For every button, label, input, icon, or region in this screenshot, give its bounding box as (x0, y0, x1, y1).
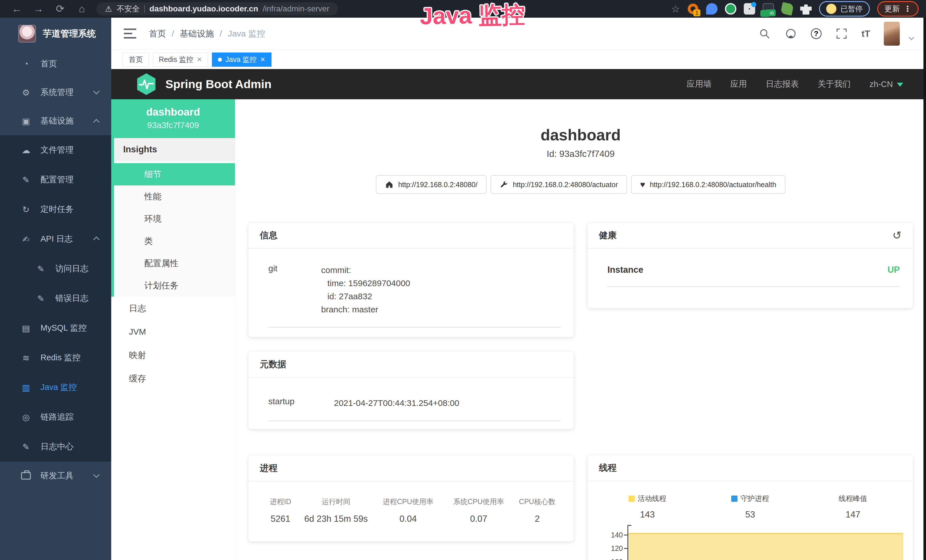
sba-item-mappings[interactable]: 映射 (111, 344, 235, 367)
sba-locale-select[interactable]: zh-CN (870, 80, 903, 89)
sidebar-item-label: Java 监控 (41, 382, 77, 393)
metadata-card-header: 元数据 (248, 351, 574, 378)
infra-submenu: ☁ 文件管理 ✎ 配置管理 ↻ 定时任务 ✍ API 日志 ✎ (0, 135, 111, 462)
legend-item-live: 活动线程 (596, 494, 699, 503)
user-menu-caret-icon[interactable] (909, 35, 914, 40)
sba-nav-applications[interactable]: 应用 (730, 79, 747, 90)
sidebar-collapse-icon[interactable] (124, 29, 136, 39)
log-edit-icon: ✎ (35, 264, 47, 274)
sidebar-item-file-manage[interactable]: ☁ 文件管理 (0, 135, 111, 165)
browser-menu-kebab-icon[interactable]: ⋮ (904, 4, 911, 14)
insights-section: Insights 细节 性能 环境 类 配置属性 计划任务 (111, 138, 235, 297)
breadcrumb: 首页 / 基础设施 / Java 监控 (149, 28, 265, 40)
breadcrumb-home[interactable]: 首页 (149, 28, 166, 40)
tab-redis-monitor[interactable]: Redis 监控 ✕ (153, 53, 208, 67)
service-url-button[interactable]: http://192.168.0.2:48080/ (376, 175, 487, 194)
actuator-url-button[interactable]: http://192.168.0.2:48080/actuator (490, 175, 627, 194)
tab-home[interactable]: 首页 (123, 53, 149, 67)
browser-toolbar-right: ☆ 1 on 已暂停 更新 ⋮ (671, 1, 918, 17)
sba-nav-journal[interactable]: 日志报表 (766, 79, 799, 90)
search-icon[interactable] (758, 27, 771, 40)
address-bar[interactable]: ⚠ 不安全 dashboard.yudao.iocoder.cn/infra/a… (96, 2, 338, 15)
instance-header: dashboard 93a3fc7f7409 (111, 99, 235, 138)
github-icon[interactable] (785, 27, 797, 40)
window-right-edge (923, 18, 926, 560)
sba-item-logs[interactable]: 日志 (111, 297, 235, 320)
y-tick-120: 120 (599, 544, 623, 552)
health-url-button[interactable]: ♥ http://192.168.0.2:48080/actuator/heal… (631, 175, 785, 194)
bookmark-star-icon[interactable]: ☆ (671, 3, 680, 15)
extension-leaf-icon[interactable] (780, 2, 794, 15)
git-time-line: time: 1596289704000 (321, 277, 561, 290)
service-url: http://192.168.0.2:48080/ (398, 180, 477, 189)
extension-y-icon[interactable] (725, 3, 736, 15)
uptime-value: 6d 23h 15m 59s (300, 514, 372, 524)
font-size-icon[interactable]: tT (861, 29, 870, 39)
sidebar-item-label: 错误日志 (55, 293, 88, 304)
threads-area-chart: 140 120 100 (599, 528, 905, 560)
system-cpu-value: 0.07 (444, 514, 513, 524)
sba-instance-sidebar: dashboard 93a3fc7f7409 Insights 细节 性能 环境… (111, 99, 235, 560)
browser-back-icon[interactable]: ← (8, 0, 26, 18)
browser-forward-icon[interactable]: → (29, 0, 48, 18)
extension-list-icon[interactable]: on (763, 3, 774, 15)
process-card-title: 进程 (260, 462, 277, 474)
sba-brand-title[interactable]: Spring Boot Admin (165, 77, 271, 91)
threads-card-title: 线程 (599, 462, 617, 474)
threads-card-header: 线程 (587, 455, 913, 481)
help-icon[interactable]: ? (811, 28, 822, 39)
sba-item-details[interactable]: 细节 (114, 163, 235, 185)
sidebar-item-error-log[interactable]: ✎ 错误日志 (0, 283, 111, 313)
health-card-title: 健康 (599, 229, 617, 241)
breadcrumb-infra[interactable]: 基础设施 (180, 28, 214, 40)
browser-home-icon[interactable]: ⌂ (73, 0, 91, 18)
sidebar-item-access-log[interactable]: ✎ 访问日志 (0, 254, 111, 283)
profile-avatar-emoji (826, 4, 837, 14)
browser-reload-icon[interactable]: ⟳ (51, 0, 70, 18)
sidebar-item-trace[interactable]: ◎ 链路追踪 (0, 402, 111, 432)
sidebar-item-scheduled-jobs[interactable]: ↻ 定时任务 (0, 195, 111, 224)
sidebar-item-infra[interactable]: ▣ 基础设施 (0, 107, 111, 135)
user-avatar[interactable] (884, 22, 900, 45)
sidebar-item-devtools[interactable]: 研发工具 (0, 462, 111, 490)
history-icon[interactable]: ↺ (892, 230, 902, 241)
sidebar-item-java-monitor[interactable]: ▥ Java 监控 (0, 372, 111, 402)
extensions-puzzle-icon[interactable] (800, 3, 812, 15)
table-row: git commit: time: 1596289704000 id: 27aa… (268, 263, 561, 327)
sba-item-scheduled-tasks[interactable]: 计划任务 (114, 274, 235, 297)
close-tab-icon[interactable]: ✕ (197, 56, 202, 64)
extension-colorzilla-icon[interactable]: 1 (687, 3, 699, 15)
live-threads-area-series (628, 533, 903, 560)
col-header-process-cpu: 进程CPU使用率 (372, 497, 444, 506)
sba-item-jvm[interactable]: JVM (111, 320, 235, 344)
sidebar-item-api-log[interactable]: ✍ API 日志 (0, 224, 111, 254)
browser-update-button[interactable]: 更新 ⋮ (877, 1, 918, 17)
sba-item-classes[interactable]: 类 (114, 230, 235, 252)
sidebar-item-log-center[interactable]: ✎ 日志中心 (0, 432, 111, 462)
extension-grid-icon[interactable] (744, 3, 755, 15)
sidebar-item-home[interactable]: ◔ 首页 (0, 50, 111, 78)
table-row[interactable]: Instance UP (607, 265, 900, 287)
sidebar-item-mysql-monitor[interactable]: ▤ MySQL 监控 (0, 313, 111, 343)
cloud-upload-icon: ☁ (20, 145, 32, 155)
sidebar-item-label: 研发工具 (41, 470, 74, 481)
info-value: commit: time: 1596289704000 id: 27aa832 … (321, 263, 561, 316)
sba-item-metrics[interactable]: 性能 (114, 185, 235, 208)
profile-paused-pill[interactable]: 已暂停 (819, 1, 870, 17)
sidebar-item-config-manage[interactable]: ✎ 配置管理 (0, 165, 111, 195)
sidebar-item-system[interactable]: ⚙ 系统管理 (0, 78, 111, 107)
status-badge: UP (888, 265, 900, 275)
close-tab-icon[interactable]: ✕ (260, 56, 265, 64)
extension-pin-icon[interactable] (706, 3, 717, 15)
sba-nav-about[interactable]: 关于我们 (818, 79, 851, 90)
sba-item-environment[interactable]: 环境 (114, 208, 235, 230)
sidebar-item-redis-monitor[interactable]: ≋ Redis 监控 (0, 343, 111, 372)
sidebar-item-label: 定时任务 (41, 204, 74, 215)
sba-item-caches[interactable]: 缓存 (111, 367, 235, 390)
tab-java-monitor[interactable]: Java 监控 ✕ (212, 53, 271, 67)
sba-nav-wallboard[interactable]: 应用墙 (687, 79, 711, 90)
app-logo[interactable]: 芋道管理系统 (0, 18, 111, 50)
metadata-card: 元数据 startup 2021-04-27T00:44:31.254+08:0… (248, 351, 574, 429)
fullscreen-icon[interactable] (835, 27, 848, 40)
sba-item-config-props[interactable]: 配置属性 (114, 252, 235, 274)
